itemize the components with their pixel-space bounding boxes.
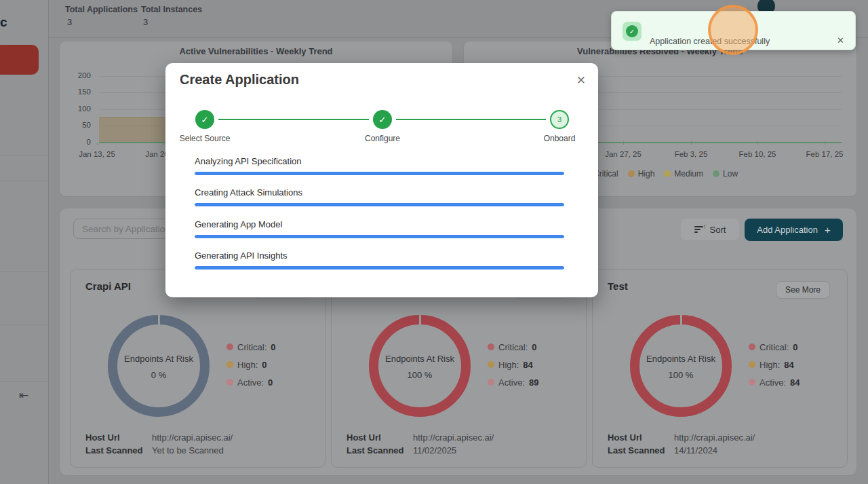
endpoints-at-risk-donut: [369, 315, 471, 417]
host-url-value: http://crapi.apisec.ai/: [413, 432, 494, 443]
legend-row-active: Active:89: [488, 373, 538, 391]
sidebar-divider: [0, 381, 48, 382]
stat-label: High:: [760, 360, 780, 370]
modal-title: Create Application: [180, 72, 299, 88]
high-dot-icon: [628, 170, 635, 177]
stat-value: 84: [523, 360, 532, 370]
step-connector: [396, 119, 546, 120]
sidebar-divider: [0, 271, 48, 272]
create-application-modal: Create Application ✕ ✓ ✓ 3 Select Source…: [165, 63, 598, 297]
task-label: Creating Attack Simulations: [195, 187, 302, 198]
check-circle-icon: ✓: [626, 25, 638, 37]
sidebar-divider: [0, 155, 48, 155]
last-scanned-label: Last Scanned: [608, 445, 665, 455]
y-tick: 50: [64, 121, 91, 129]
step-select-source-check-icon: ✓: [195, 110, 214, 129]
low-dot-icon: [713, 170, 719, 177]
critical-dot-icon: [226, 343, 233, 350]
total-instances-value: 3: [143, 17, 148, 27]
legend-row-critical: Critical:0: [488, 338, 538, 356]
legend-label: Low: [723, 169, 738, 179]
chart-title: Active Vulnerabilities - Weekly Trend: [60, 46, 452, 56]
high-dot-icon: [749, 361, 755, 368]
total-applications-label: Total Applications: [65, 5, 138, 14]
medium-dot-icon: [664, 170, 671, 177]
x-tick-label: Feb 17, 25: [800, 150, 850, 158]
stat-value: 0: [793, 342, 797, 352]
logo-fragment: c: [0, 15, 7, 30]
chart-legend: Critical High Medium Low: [583, 169, 738, 179]
app-screen: c ⇤ Total Applications 3 Total Instances…: [0, 0, 868, 484]
toast-close-icon[interactable]: ✕: [837, 35, 844, 45]
y-tick: 200: [64, 71, 91, 79]
sidebar-active-item[interactable]: [0, 45, 39, 75]
x-tick-mark: [825, 141, 825, 145]
active-dot-icon: [488, 379, 494, 386]
step-label-select-source: Select Source: [164, 134, 245, 143]
high-dot-icon: [488, 361, 494, 368]
sort-button[interactable]: ↑ Sort: [681, 219, 739, 240]
host-url-value: http://crapi.apisec.ai/: [152, 432, 233, 443]
sort-icon: ↑: [694, 225, 705, 234]
stat-value: 0: [262, 360, 267, 370]
x-tick-label: Jan 13, 25: [72, 150, 122, 158]
host-url-label: Host Url: [347, 432, 381, 443]
app-card-middle: See More Endpoints At Risk 100 % Critica…: [331, 269, 587, 468]
step-configure-check-icon: ✓: [373, 110, 392, 129]
legend-label: High: [638, 169, 655, 179]
stat-label: Critical:: [237, 342, 267, 352]
task-progress-bar: [195, 172, 564, 175]
critical-dot-icon: [749, 343, 755, 350]
task-progress-bar: [195, 266, 564, 269]
y-tick: 150: [64, 88, 91, 96]
modal-close-icon[interactable]: ✕: [576, 73, 586, 88]
donut-percent: 100 %: [633, 370, 728, 380]
legend-row-high: High:84: [749, 356, 800, 373]
task-label: Generating App Model: [195, 219, 282, 229]
success-icon: ✓: [623, 22, 642, 41]
active-dot-icon: [226, 379, 233, 386]
stat-label: Active:: [760, 377, 786, 388]
legend-row-high: High:84: [488, 356, 538, 373]
total-instances-label: Total Instances: [141, 5, 202, 14]
legend-row-high: High:0: [226, 356, 276, 373]
task-progress-bar: [195, 235, 564, 238]
legend-row-active: Active:84: [749, 373, 800, 391]
x-tick-mark: [757, 141, 758, 145]
sidebar: c ⇤: [0, 0, 49, 484]
stat-label: Critical:: [760, 342, 789, 352]
legend-row-critical: Critical:0: [226, 338, 276, 356]
host-url-label: Host Url: [85, 432, 120, 443]
x-tick-label: Feb 3, 25: [666, 150, 716, 158]
stat-label: Critical:: [498, 342, 528, 352]
see-more-button[interactable]: See More: [776, 281, 830, 299]
last-scanned-label: Last Scanned: [347, 445, 404, 455]
step-label-onboard: Onboard: [519, 134, 600, 143]
legend-label: Medium: [674, 169, 703, 179]
stat-value: 0: [268, 377, 273, 388]
app-card-title: Crapi API: [85, 280, 131, 292]
x-tick-label: Jan 27, 25: [598, 150, 648, 158]
critical-dot-icon: [488, 343, 494, 350]
add-application-button[interactable]: Add Application +: [745, 219, 843, 241]
y-tick: 100: [64, 105, 91, 113]
card-legend: Critical:0 High:84 Active:84: [749, 338, 800, 391]
toast-message: Application created successfully: [650, 37, 770, 46]
stat-value: 0: [532, 342, 536, 352]
last-scanned-label: Last Scanned: [85, 445, 143, 455]
sidebar-divider: [0, 180, 48, 181]
task-progress-bar: [195, 203, 564, 206]
donut-center-label: Endpoints At Risk: [111, 354, 206, 364]
legend-item-high: High: [628, 169, 655, 179]
task-label: Analyzing API Specification: [195, 156, 302, 166]
y-tick: 0: [64, 138, 91, 146]
last-scanned-value: Yet to be Scanned: [152, 445, 224, 455]
sort-button-label: Sort: [710, 225, 726, 235]
host-url-label: Host Url: [608, 432, 642, 443]
legend-item-medium: Medium: [664, 169, 703, 179]
donut-center-label: Endpoints At Risk: [633, 354, 728, 364]
active-dot-icon: [749, 379, 755, 386]
x-tick-mark: [691, 141, 692, 145]
task-label: Generating API Insights: [195, 250, 288, 261]
sidebar-collapse-icon[interactable]: ⇤: [19, 388, 28, 403]
